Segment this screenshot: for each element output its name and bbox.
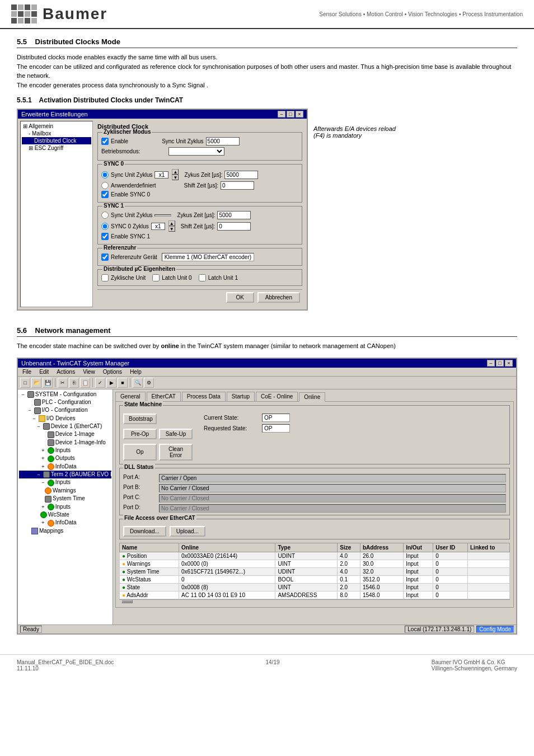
pre-op-button[interactable]: Pre-Op xyxy=(123,429,157,439)
sync0-shiftzeit-input[interactable] xyxy=(221,181,254,190)
tab-startup[interactable]: Startup xyxy=(227,392,255,401)
sync1-spinner-down[interactable]: ▼ xyxy=(168,226,175,232)
close-button[interactable]: × xyxy=(296,111,303,118)
sync1-zykluszeit-input[interactable] xyxy=(217,211,251,219)
upload-button[interactable]: Upload... xyxy=(170,526,205,537)
cell-size: 4.0 xyxy=(338,552,360,560)
sync1-radio1[interactable] xyxy=(101,212,109,219)
sync0-spinner-input[interactable] xyxy=(154,171,168,179)
tree-infodata2[interactable]: + InfoData xyxy=(19,519,111,527)
twincat-maximize[interactable]: □ xyxy=(496,360,504,367)
abbrechen-button[interactable]: Abbrechen xyxy=(257,292,300,303)
tb-settings[interactable]: ⚙ xyxy=(144,378,154,388)
sync0-spinner-down[interactable]: ▼ xyxy=(172,175,179,180)
file-access-content: Download... Upload... xyxy=(123,526,506,537)
sync1-enable-checkbox[interactable] xyxy=(101,233,109,240)
tb-copy[interactable]: ⎘ xyxy=(69,378,79,388)
safe-up-button[interactable]: Safe-Up xyxy=(159,429,193,439)
tb-search[interactable]: 🔍 xyxy=(133,378,143,388)
tb-open[interactable]: 📂 xyxy=(31,378,41,388)
sync1-shiftzeit-input[interactable] xyxy=(217,222,251,231)
minimize-button[interactable]: – xyxy=(278,111,285,118)
tree-term2[interactable]: − Term 2 (BAUMER EVO EtherCAT encoder) xyxy=(19,471,111,478)
tree-device1-image[interactable]: Device 1-Image xyxy=(19,430,111,438)
tree-warnings[interactable]: Warnings xyxy=(19,487,111,495)
menu-file[interactable]: File xyxy=(21,369,32,375)
table-header: Name Online Type Size bAddress In/Out Us… xyxy=(120,543,510,552)
sync1-spinner-input[interactable] xyxy=(151,223,165,230)
bootstrap-button[interactable]: Bootstrap xyxy=(123,414,157,424)
tree-io-devices[interactable]: − I/O Devices xyxy=(19,415,111,422)
twincat-menu: File Edit Actions View Options Help xyxy=(18,368,516,377)
tree-device1-image-info[interactable]: Device 1-Image-Info xyxy=(19,439,111,447)
latch-unit1-checkbox[interactable] xyxy=(199,274,206,281)
tree-plc[interactable]: PLC - Configuration xyxy=(19,398,111,406)
port-a-value: Carrier / Open xyxy=(159,474,506,482)
tree-inputs2[interactable]: + Inputs xyxy=(19,503,111,511)
tree-system-time[interactable]: System Time xyxy=(19,495,111,503)
enable-checkbox[interactable] xyxy=(101,138,109,145)
twincat-close[interactable]: × xyxy=(505,360,513,367)
tree-item-mailbox[interactable]: - Mailbox xyxy=(22,130,91,137)
section-56: 5.6 Network management The encoder state… xyxy=(17,326,517,635)
header-tagline: Sensor Solutions • Motion Control • Visi… xyxy=(319,11,523,17)
tree-term2-inputs[interactable]: − Inputs xyxy=(19,478,111,486)
current-state-input[interactable] xyxy=(262,414,290,422)
sync0-spinner-up[interactable]: ▲ xyxy=(172,169,179,175)
sync1-spinner-up[interactable]: ▲ xyxy=(168,220,175,226)
tree-wcstate[interactable]: WcState xyxy=(19,511,111,519)
sync0-radio2[interactable] xyxy=(101,182,109,189)
tb-save[interactable]: 💾 xyxy=(43,378,53,388)
menu-help[interactable]: Help xyxy=(129,369,143,375)
tree-item-distributed-clock[interactable]: Distributed Clock xyxy=(22,137,91,144)
sync1-content: Sync Unit Zyklus Zykus Zeit [µs]: SYNC 0… xyxy=(101,211,298,240)
download-button[interactable]: Download... xyxy=(123,526,166,537)
tb-new[interactable]: □ xyxy=(20,378,30,388)
cell-online: 0x00033AE0 (216144) xyxy=(179,552,275,560)
scrollbar-thumb[interactable] xyxy=(121,600,133,603)
sync0-radio1[interactable] xyxy=(101,171,109,179)
betriebsmodus-select[interactable] xyxy=(168,147,224,156)
tree-system[interactable]: − SYSTEM - Configuration xyxy=(19,391,111,398)
sync0-zykluszeit-input[interactable] xyxy=(224,171,258,179)
tab-ethercat[interactable]: EtherCAT xyxy=(147,392,181,401)
tab-coe-online[interactable]: CoE - Online xyxy=(256,392,298,401)
menu-options[interactable]: Options xyxy=(102,369,123,375)
menu-edit[interactable]: Edit xyxy=(38,369,50,375)
tb-paste[interactable]: 📋 xyxy=(80,378,90,388)
tree-mappings[interactable]: Mappings xyxy=(19,527,111,535)
menu-view[interactable]: View xyxy=(82,369,96,375)
d1imginfo-icon xyxy=(48,439,54,446)
twincat-minimize[interactable]: – xyxy=(487,360,495,367)
referenzuhr-checkbox[interactable] xyxy=(101,253,109,261)
maximize-button[interactable]: □ xyxy=(287,111,294,118)
tb-cut[interactable]: ✂ xyxy=(58,378,68,388)
sync1-radio2[interactable] xyxy=(101,223,109,230)
tb-stop[interactable]: ■ xyxy=(118,378,128,388)
tree-item-allgemein[interactable]: ⊞ Allgemein xyxy=(22,123,91,130)
zyklische-unit-checkbox[interactable] xyxy=(101,274,109,281)
tree-infodata1[interactable]: + InfoData xyxy=(19,463,111,471)
clean-error-button[interactable]: Clean Error xyxy=(159,444,193,461)
tab-process-data[interactable]: Process Data xyxy=(182,392,226,401)
tree-item-esc-zugriff[interactable]: ⊞ ESC Zugriff xyxy=(22,144,91,152)
requested-state-input[interactable] xyxy=(262,424,290,433)
tree-device1[interactable]: − Device 1 (EtherCAT) xyxy=(19,422,111,430)
tree-inputs1[interactable]: + Inputs xyxy=(19,447,111,454)
tab-online[interactable]: Online xyxy=(299,392,325,402)
ok-button[interactable]: OK xyxy=(226,292,254,303)
tb-run[interactable]: ▶ xyxy=(106,378,116,388)
latch-unit0-checkbox[interactable] xyxy=(152,274,160,281)
t2inputs-icon xyxy=(48,480,54,486)
tb-activate[interactable]: ✓ xyxy=(95,378,105,388)
cell-linkedto xyxy=(468,591,510,599)
tree-io[interactable]: − I/O - Configuration xyxy=(19,406,111,414)
tree-outputs1[interactable]: + Outputs xyxy=(19,454,111,462)
tab-general[interactable]: General xyxy=(115,392,146,401)
menu-actions[interactable]: Actions xyxy=(55,369,76,375)
zyklischer-modus-group: Zyklischer Modus Enable Sync Unit Zyklus xyxy=(97,132,302,161)
footer-company: Baumer IVO GmbH & Co. KG xyxy=(432,659,517,665)
op-button[interactable]: Op xyxy=(123,444,157,461)
sync0-enable-checkbox[interactable] xyxy=(101,191,109,198)
sync-unit-zyklus-input[interactable] xyxy=(206,137,240,145)
